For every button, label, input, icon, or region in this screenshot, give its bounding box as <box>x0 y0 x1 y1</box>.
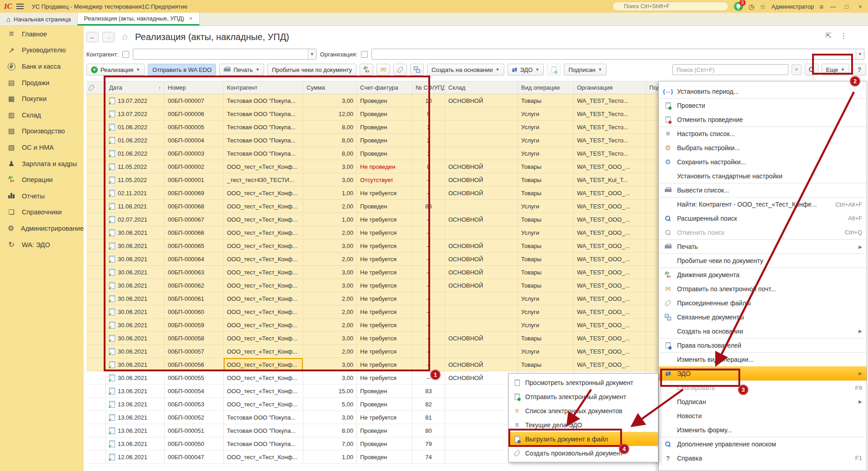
table-cell[interactable]: 1,00 <box>303 451 357 464</box>
table-cell[interactable] <box>445 121 518 134</box>
table-row[interactable]: 02.11.202100БП-000069ООО_тест_«Тест_Конф… <box>86 187 677 200</box>
menu-item-вывести-список-[interactable]: Вывести список... <box>659 183 867 197</box>
menu-item-права-пользователей[interactable]: Права пользователей <box>659 338 867 352</box>
table-cell[interactable]: 30.06.2021 <box>106 332 165 345</box>
table-cell[interactable]: -- <box>412 279 445 292</box>
table-cell[interactable]: Услуги <box>518 319 574 332</box>
table-cell[interactable]: Товары <box>518 332 574 345</box>
close-button[interactable]: × <box>856 3 864 10</box>
table-cell[interactable]: Товары <box>518 358 574 371</box>
table-cell[interactable]: Услуги <box>518 121 574 134</box>
table-row[interactable]: 30.06.202100БП-000065ООО_тест_«Тест_Конф… <box>86 239 677 253</box>
table-cell[interactable]: 1,00 <box>303 187 357 200</box>
table-cell[interactable]: WA_TEST_Kul_T... <box>574 173 646 187</box>
column-header-9[interactable]: Организация <box>574 81 646 94</box>
table-cell[interactable]: Проведен <box>357 121 412 134</box>
main-menu-icon[interactable] <box>16 4 24 9</box>
table-cell[interactable]: WA_TEST_OOO_... <box>574 200 646 213</box>
table-cell[interactable]: ООО_тест_«Тест_Конф... <box>224 160 303 173</box>
menu-item-отправить-по-электронной-почт-[interactable]: ✉Отправить по электронной почт... <box>659 282 867 296</box>
table-cell[interactable]: Услуги <box>518 134 574 147</box>
table-cell[interactable]: ООО_тест_«Тест_Конф... <box>224 279 303 292</box>
table-cell[interactable]: Услуги <box>518 107 574 121</box>
table-cell[interactable]: 00БП-000063 <box>165 266 224 279</box>
history-icon[interactable]: ◷ <box>748 3 754 10</box>
column-header-4[interactable]: Сумма <box>303 81 357 94</box>
table-cell[interactable] <box>86 200 106 213</box>
table-cell[interactable]: 30.06.2021 <box>106 345 165 358</box>
table-cell[interactable]: 00БП-000058 <box>165 332 224 345</box>
column-header-3[interactable]: Контрагент <box>224 81 303 94</box>
table-cell[interactable]: WA_TEST_OOO_... <box>574 332 646 345</box>
table-cell[interactable]: ОСНОВНОЙ <box>445 213 518 226</box>
table-row[interactable]: 01.06.202200БП-000003Тестовая ООО "Покуп… <box>86 147 677 160</box>
table-cell[interactable]: Тестовая ООО "Покупа... <box>224 121 303 134</box>
menu-item-установить-стандартные-настройки[interactable]: Установить стандартные настройки <box>659 169 867 183</box>
table-cell[interactable]: ОСНОВНОЙ <box>445 253 518 266</box>
table-cell[interactable]: 74 <box>412 451 445 464</box>
table-cell[interactable]: 02.07.2021 <box>106 213 165 226</box>
table-cell[interactable] <box>86 437 106 451</box>
table-row[interactable]: 11.05.202200БП-000002ООО_тест_«Тест_Конф… <box>86 160 677 173</box>
table-row[interactable]: 30.06.202100БП-000064ООО_тест_«Тест_Конф… <box>86 253 677 266</box>
table-cell[interactable]: 00БП-000059 <box>165 319 224 332</box>
table-cell[interactable]: 13.07.2022 <box>106 94 165 107</box>
menu-item-справка[interactable]: ?СправкаF1 <box>659 451 867 465</box>
table-row[interactable]: 30.06.202100БП-000063ООО_тест_«Тест_Конф… <box>86 266 677 279</box>
table-row[interactable]: 30.06.202100БП-000059ООО_тест_«Тест_Конф… <box>86 319 677 332</box>
back-button[interactable]: ← <box>86 32 99 42</box>
table-cell[interactable]: 79 <box>412 437 445 451</box>
table-cell[interactable] <box>445 107 518 121</box>
table-cell[interactable]: ОСНОВНОЙ <box>445 266 518 279</box>
menu-item-связанные-документы[interactable]: Связанные документы <box>659 310 867 324</box>
table-cell[interactable]: WA_TEST_OOO_... <box>574 239 646 253</box>
linked-documents-button[interactable] <box>410 64 424 76</box>
table-cell[interactable]: -- <box>412 266 445 279</box>
table-cell[interactable]: WA_TEST_OOO_... <box>574 213 646 226</box>
more-button[interactable]: Еще ▼ <box>822 64 849 76</box>
table-cell[interactable]: 83 <box>412 385 445 398</box>
table-cell[interactable]: -- <box>412 292 445 305</box>
table-cell[interactable]: Услуги <box>518 345 574 358</box>
table-cell[interactable] <box>86 398 106 411</box>
table-cell[interactable] <box>445 319 518 332</box>
document-movements-button[interactable]: ДтКт <box>360 64 373 76</box>
table-cell[interactable]: ООО_тест_«Тест_Конф... <box>224 239 303 253</box>
table-cell[interactable] <box>86 107 106 121</box>
table-cell[interactable]: 13.07.2022 <box>106 107 165 121</box>
table-cell[interactable]: Не требуется <box>357 371 412 385</box>
menu-item-установить-период-[interactable]: (↔)Установить период... <box>659 84 867 98</box>
sidebar-item-руководителю[interactable]: ↗Руководителю <box>0 42 84 59</box>
table-cell[interactable]: Товары <box>518 160 574 173</box>
table-cell[interactable]: 00БП-000054 <box>165 385 224 398</box>
table-cell[interactable]: 11.05.2022 <box>106 173 165 187</box>
table-row[interactable]: 01.06.202200БП-000005Тестовая ООО "Покуп… <box>86 121 677 134</box>
table-cell[interactable]: -- <box>412 332 445 345</box>
table-cell[interactable]: 86 <box>412 200 445 213</box>
table-cell[interactable]: Товары <box>518 173 574 187</box>
table-cell[interactable]: 2,00 <box>303 226 357 239</box>
menu-item-выбрать-настройки-[interactable]: ⚙Выбрать настройки... <box>659 141 867 155</box>
attachment-column-header[interactable] <box>86 81 106 94</box>
table-cell[interactable]: 30.06.2021 <box>106 292 165 305</box>
column-header-6[interactable]: № СФ/УПД <box>412 81 445 94</box>
notifications-icon[interactable]: 3 <box>734 2 743 11</box>
table-cell[interactable]: 2,00 <box>303 200 357 213</box>
table-cell[interactable]: 01.06.2022 <box>106 147 165 160</box>
table-cell[interactable]: 5,00 <box>303 398 357 411</box>
table-row[interactable]: 30.06.202100БП-000066ООО_тест_«Тест_Конф… <box>86 226 677 239</box>
table-cell[interactable] <box>445 385 518 398</box>
table-cell[interactable]: -- <box>412 213 445 226</box>
table-cell[interactable]: Не требуется <box>357 226 412 239</box>
table-cell[interactable]: 00БП-000062 <box>165 279 224 292</box>
table-cell[interactable]: ООО_тест_«Тест_Конф... <box>224 371 303 385</box>
table-cell[interactable]: 00БП-000061 <box>165 292 224 305</box>
table-cell[interactable]: WA_TEST_Тесто... <box>574 134 646 147</box>
table-cell[interactable]: 00БП-000051 <box>165 424 224 437</box>
print-button[interactable]: Печать ▼ <box>219 64 264 76</box>
table-cell[interactable] <box>86 253 106 266</box>
table-cell[interactable] <box>86 345 106 358</box>
sidebar-item-ос-и-нма[interactable]: ▧ОС и НМА <box>0 139 84 156</box>
table-cell[interactable] <box>445 226 518 239</box>
table-cell[interactable]: 00БП-000002 <box>165 160 224 173</box>
